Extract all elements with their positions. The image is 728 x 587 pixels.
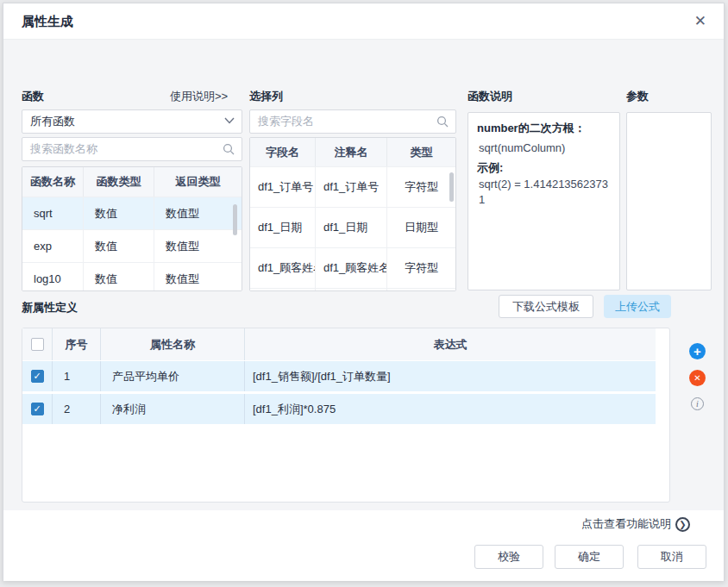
field-type-cell: 日期型 — [387, 208, 455, 247]
function-example-label: 示例: — [477, 161, 503, 174]
cancel-button[interactable]: 取消 — [637, 545, 706, 569]
attr-name-cell: 净利润 — [101, 394, 245, 424]
dialog-title: 属性生成 — [22, 14, 73, 30]
ok-button[interactable]: 确定 — [555, 545, 624, 569]
function-type-cell: 数值 — [84, 230, 154, 262]
column-table-scrollbar[interactable] — [449, 172, 454, 202]
usage-instructions-link[interactable]: 使用说明>> — [170, 89, 228, 104]
params-box — [626, 112, 712, 290]
function-type-cell: 数值 — [84, 263, 154, 291]
function-doc-box: number的二次方根： sqrt(numColumn) 示例: sqrt(2)… — [468, 112, 620, 290]
comment-name-cell: df1_订单等级 — [316, 289, 387, 291]
function-table-scrollbar[interactable] — [233, 204, 237, 235]
table-row[interactable]: df1_日期 df1_日期 日期型 — [250, 207, 455, 247]
function-name-cell: sqrt — [22, 197, 84, 229]
field-name-cell: df1_顾客姓名 — [250, 248, 316, 288]
verify-button[interactable]: 校验 — [474, 545, 543, 569]
table-row[interactable]: log10 数值 数值型 — [22, 262, 242, 291]
function-search-input[interactable]: 搜索函数名称 — [22, 137, 242, 161]
function-signature: sqrt(numColumn) — [479, 141, 611, 157]
column-search-placeholder: 搜索字段名 — [258, 115, 314, 128]
index-cell: 1 — [53, 361, 101, 391]
function-name-cell: log10 — [22, 263, 84, 291]
column-table-header: 字段名 注释名 类型 — [250, 138, 455, 166]
column-table: 字段名 注释名 类型 df1_订单号 df1_订单号 字符型 df1_日期 df… — [249, 137, 456, 291]
field-type-cell: 字符型 — [387, 167, 455, 207]
search-icon — [436, 116, 449, 128]
dialog-body: 函数 使用说明>> 所有函数 搜索函数名称 函数名称 函数类型 返回类型 sqr… — [3, 40, 724, 510]
add-row-icon[interactable]: + — [689, 343, 706, 359]
field-name-cell: df1_订单号 — [250, 167, 316, 207]
dialog-header: 属性生成 ✕ — [3, 3, 724, 40]
view-help-text: 点击查看功能说明 — [581, 516, 671, 532]
expression-header: 表达式 — [245, 328, 656, 360]
field-type-cell: 字符型 — [387, 289, 455, 291]
function-table-header: 函数名称 函数类型 返回类型 — [22, 167, 242, 197]
function-example: sqrt(2) = 1.4142135623731 — [479, 177, 611, 209]
comment-name-header: 注释名 — [316, 138, 387, 166]
attribute-table-header: 序号 属性名称 表达式 — [22, 328, 656, 360]
table-row[interactable]: ✓ 2 净利润 [df1_利润]*0.875 — [22, 394, 656, 424]
view-help-link[interactable]: 点击查看功能说明 ❯ — [581, 516, 690, 532]
dialog-footer: 点击查看功能说明 ❯ 校验 确定 取消 — [3, 510, 724, 581]
select-column-label: 选择列 — [249, 89, 283, 104]
select-all-cell — [22, 328, 53, 360]
field-type-cell: 字符型 — [387, 248, 455, 288]
table-row[interactable]: ✓ 1 产品平均单价 [df1_销售额]/[df1_订单数量] — [22, 361, 656, 391]
expression-cell: [df1_利润]*0.875 — [245, 394, 656, 424]
comment-name-cell: df1_顾客姓名 — [316, 248, 387, 288]
function-doc-title: number的二次方根： — [477, 122, 586, 134]
delete-row-icon[interactable]: ✕ — [689, 370, 706, 386]
comment-name-cell: df1_订单号 — [316, 167, 387, 207]
row-select-cell: ✓ — [22, 394, 53, 424]
function-type-cell: 数值 — [84, 197, 154, 229]
function-table: 函数名称 函数类型 返回类型 sqrt 数值 数值型 exp 数值 数值型 lo… — [22, 166, 242, 291]
attribute-generation-dialog: 属性生成 ✕ 函数 使用说明>> 所有函数 搜索函数名称 函数名称 函数类型 返… — [3, 3, 725, 581]
table-row[interactable]: sqrt 数值 数值型 — [22, 197, 242, 229]
attr-name-cell: 产品平均单价 — [101, 361, 245, 391]
field-name-header: 字段名 — [250, 138, 316, 166]
function-search-placeholder: 搜索函数名称 — [30, 142, 97, 155]
function-category-select[interactable]: 所有函数 — [22, 109, 242, 134]
function-return-cell: 数值型 — [154, 230, 242, 262]
function-type-header: 函数类型 — [84, 167, 154, 197]
row-select-cell: ✓ — [22, 361, 53, 391]
function-return-header: 返回类型 — [154, 167, 242, 197]
search-icon — [223, 143, 235, 155]
new-attributes-label: 新属性定义 — [22, 300, 78, 315]
index-cell: 2 — [53, 394, 101, 424]
function-name-header: 函数名称 — [22, 167, 84, 197]
attr-name-header: 属性名称 — [101, 328, 245, 360]
index-header: 序号 — [53, 328, 101, 360]
circle-arrow-right-icon: ❯ — [675, 517, 690, 532]
close-icon[interactable]: ✕ — [694, 13, 706, 30]
table-row[interactable]: df1_顾客姓名 df1_顾客姓名 字符型 — [250, 247, 455, 288]
select-all-checkbox[interactable] — [31, 338, 44, 351]
field-name-cell: df1_订单等级 — [250, 289, 316, 291]
comment-name-cell: df1_日期 — [316, 208, 387, 247]
info-icon[interactable]: i — [691, 397, 704, 410]
row-checkbox[interactable]: ✓ — [31, 403, 44, 415]
params-label: 参数 — [626, 89, 649, 104]
row-checkbox[interactable]: ✓ — [31, 370, 44, 383]
expression-cell: [df1_销售额]/[df1_订单数量] — [245, 361, 656, 391]
function-return-cell: 数值型 — [154, 263, 242, 291]
function-doc-label: 函数说明 — [468, 89, 512, 104]
function-name-cell: exp — [22, 230, 84, 262]
table-row[interactable]: df1_订单等级 df1_订单等级 字符型 — [250, 288, 455, 291]
functions-label: 函数 — [22, 89, 44, 104]
upload-formula-button[interactable]: 上传公式 — [604, 295, 671, 318]
field-type-header: 类型 — [387, 138, 455, 166]
attribute-table: 序号 属性名称 表达式 ✓ 1 产品平均单价 [df1_销售额]/[df1_订单… — [22, 328, 670, 503]
table-row[interactable]: df1_订单号 df1_订单号 字符型 — [250, 166, 455, 207]
column-search-input[interactable]: 搜索字段名 — [249, 109, 456, 134]
function-category-value: 所有函数 — [30, 115, 75, 128]
field-name-cell: df1_日期 — [250, 208, 316, 247]
chevron-down-icon — [224, 117, 235, 124]
download-template-button[interactable]: 下载公式模板 — [499, 295, 593, 318]
function-return-cell: 数值型 — [154, 197, 242, 229]
table-row[interactable]: exp 数值 数值型 — [22, 229, 242, 262]
